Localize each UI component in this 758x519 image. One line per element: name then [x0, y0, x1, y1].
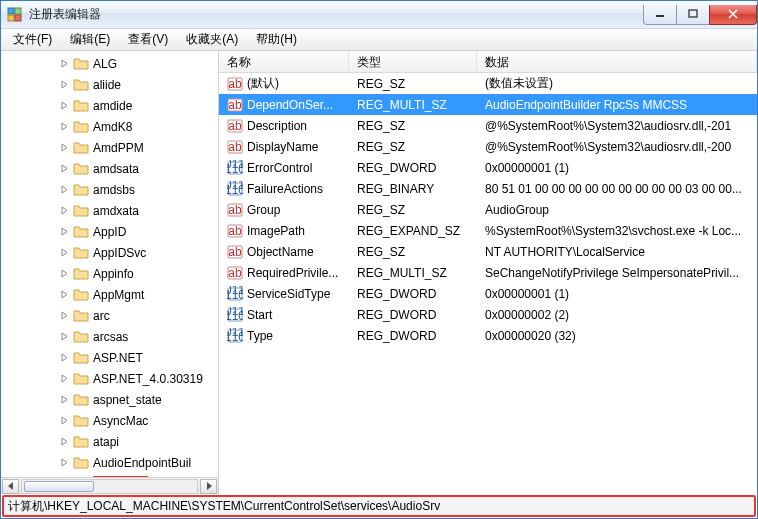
tree-node-label: amdxata — [93, 204, 139, 218]
list-row[interactable]: 011110StartREG_DWORD0x00000002 (2) — [219, 304, 757, 325]
list-row[interactable]: abDisplayNameREG_SZ@%SystemRoot%\System3… — [219, 136, 757, 157]
value-name: ErrorControl — [247, 161, 312, 175]
cell-type: REG_SZ — [349, 245, 477, 259]
cell-type: REG_SZ — [349, 203, 477, 217]
chevron-right-icon[interactable] — [57, 99, 71, 113]
svg-marker-25 — [62, 417, 67, 424]
chevron-right-icon[interactable] — [57, 246, 71, 260]
folder-icon — [73, 393, 89, 407]
scroll-right-button[interactable] — [200, 479, 217, 494]
menu-item[interactable]: 文件(F) — [5, 29, 60, 50]
cell-name: 011110Start — [219, 307, 349, 323]
chevron-right-icon[interactable] — [57, 57, 71, 71]
minimize-button[interactable] — [643, 5, 677, 25]
cell-data: NT AUTHORITY\LocalService — [477, 245, 757, 259]
cell-data: AudioGroup — [477, 203, 757, 217]
chevron-right-icon[interactable] — [57, 204, 71, 218]
chevron-right-icon[interactable] — [57, 393, 71, 407]
chevron-right-icon[interactable] — [57, 414, 71, 428]
tree-node[interactable]: AudioSrv — [1, 473, 218, 477]
cell-name: abDependOnSer... — [219, 97, 349, 113]
tree-node[interactable]: AppIDSvc — [1, 242, 218, 263]
chevron-right-icon[interactable] — [57, 183, 71, 197]
menu-item[interactable]: 查看(V) — [120, 29, 176, 50]
chevron-right-icon[interactable] — [57, 78, 71, 92]
list-row[interactable]: abObjectNameREG_SZNT AUTHORITY\LocalServ… — [219, 241, 757, 262]
svg-marker-9 — [62, 81, 67, 88]
window-title: 注册表编辑器 — [29, 6, 101, 23]
list-row[interactable]: abGroupREG_SZAudioGroup — [219, 199, 757, 220]
cell-data: %SystemRoot%\System32\svchost.exe -k Loc… — [477, 224, 757, 238]
value-name: (默认) — [247, 75, 279, 92]
list-row[interactable]: abDependOnSer...REG_MULTI_SZAudioEndpoin… — [219, 94, 757, 115]
chevron-right-icon[interactable] — [57, 351, 71, 365]
tree-node[interactable]: arcsas — [1, 326, 218, 347]
app-icon — [7, 7, 23, 23]
chevron-right-icon[interactable] — [57, 288, 71, 302]
close-button[interactable] — [709, 5, 757, 25]
svg-text:110: 110 — [227, 288, 243, 302]
cell-name: abDescription — [219, 118, 349, 134]
tree-node-label: arcsas — [93, 330, 128, 344]
scroll-thumb[interactable] — [24, 481, 94, 492]
chevron-down-icon[interactable] — [57, 477, 71, 478]
tree-node-label: AsyncMac — [93, 414, 148, 428]
scroll-track[interactable] — [21, 479, 198, 494]
tree-node[interactable]: Appinfo — [1, 263, 218, 284]
tree-node-label: amdsbs — [93, 183, 135, 197]
column-header-name[interactable]: 名称 — [219, 51, 349, 72]
chevron-right-icon[interactable] — [57, 225, 71, 239]
chevron-right-icon[interactable] — [57, 309, 71, 323]
tree-node[interactable]: ASP.NET — [1, 347, 218, 368]
tree-node[interactable]: AppMgmt — [1, 284, 218, 305]
chevron-right-icon[interactable] — [57, 162, 71, 176]
tree-node[interactable]: AsyncMac — [1, 410, 218, 431]
tree-node[interactable]: amdsata — [1, 158, 218, 179]
tree-node[interactable]: amdsbs — [1, 179, 218, 200]
menubar: 文件(F)编辑(E)查看(V)收藏夹(A)帮助(H) — [1, 29, 757, 51]
menu-item[interactable]: 帮助(H) — [248, 29, 305, 50]
chevron-right-icon[interactable] — [57, 120, 71, 134]
list-row[interactable]: 011110ServiceSidTypeREG_DWORD0x00000001 … — [219, 283, 757, 304]
chevron-right-icon[interactable] — [57, 456, 71, 470]
tree-node[interactable]: ASP.NET_4.0.30319 — [1, 368, 218, 389]
column-header-data[interactable]: 数据 — [477, 51, 757, 72]
chevron-right-icon[interactable] — [57, 267, 71, 281]
tree-hscrollbar[interactable] — [1, 477, 218, 494]
tree-node[interactable]: ALG — [1, 53, 218, 74]
tree-node[interactable]: AudioEndpointBuil — [1, 452, 218, 473]
list-row[interactable]: abDescriptionREG_SZ@%SystemRoot%\System3… — [219, 115, 757, 136]
list-row[interactable]: 011110ErrorControlREG_DWORD0x00000001 (1… — [219, 157, 757, 178]
tree-node-label: amdsata — [93, 162, 139, 176]
list-row[interactable]: 011110TypeREG_DWORD0x00000020 (32) — [219, 325, 757, 346]
tree-node[interactable]: aspnet_state — [1, 389, 218, 410]
cell-data: (数值未设置) — [477, 75, 757, 92]
titlebar[interactable]: 注册表编辑器 — [1, 1, 757, 29]
tree-node[interactable]: amdide — [1, 95, 218, 116]
column-header-type[interactable]: 类型 — [349, 51, 477, 72]
chevron-right-icon[interactable] — [57, 141, 71, 155]
tree-node[interactable]: arc — [1, 305, 218, 326]
tree-node[interactable]: aliide — [1, 74, 218, 95]
menu-item[interactable]: 收藏夹(A) — [178, 29, 246, 50]
maximize-button[interactable] — [676, 5, 710, 25]
chevron-right-icon[interactable] — [57, 435, 71, 449]
tree-node[interactable]: atapi — [1, 431, 218, 452]
tree-scroll[interactable]: ALGaliideamdideAmdK8AmdPPMamdsataamdsbsa… — [1, 51, 218, 477]
scroll-left-button[interactable] — [2, 479, 19, 494]
menu-item[interactable]: 编辑(E) — [62, 29, 118, 50]
tree-node[interactable]: AmdK8 — [1, 116, 218, 137]
list-row[interactable]: ab(默认)REG_SZ(数值未设置) — [219, 73, 757, 94]
list-row[interactable]: abRequiredPrivile...REG_MULTI_SZSeChange… — [219, 262, 757, 283]
chevron-right-icon[interactable] — [57, 330, 71, 344]
tree-node[interactable]: AppID — [1, 221, 218, 242]
list-body[interactable]: ab(默认)REG_SZ(数值未设置)abDependOnSer...REG_M… — [219, 73, 757, 494]
list-row[interactable]: abImagePathREG_EXPAND_SZ%SystemRoot%\Sys… — [219, 220, 757, 241]
list-row[interactable]: 011110FailureActionsREG_BINARY80 51 01 0… — [219, 178, 757, 199]
svg-marker-23 — [62, 375, 67, 382]
cell-type: REG_MULTI_SZ — [349, 266, 477, 280]
tree-node[interactable]: amdxata — [1, 200, 218, 221]
cell-data: 0x00000002 (2) — [477, 308, 757, 322]
chevron-right-icon[interactable] — [57, 372, 71, 386]
tree-node[interactable]: AmdPPM — [1, 137, 218, 158]
